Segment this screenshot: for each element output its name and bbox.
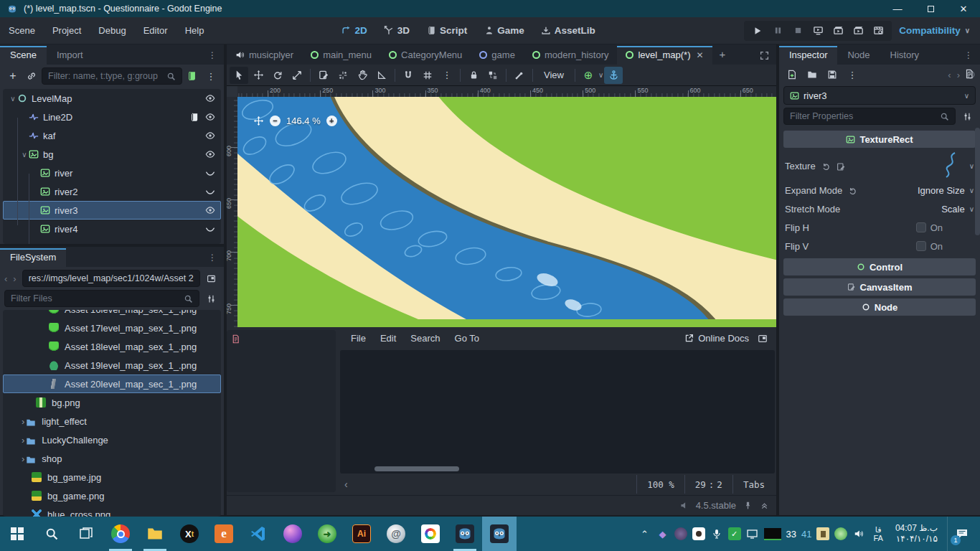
tray-diamond-icon[interactable]: ◆ (656, 527, 669, 540)
property-stretch-mode[interactable]: Stretch Mode Scale∨ (783, 199, 976, 218)
property-texture[interactable]: Texture ∨ (783, 151, 976, 181)
tray-overflow-chevron-icon[interactable]: ⌃ (639, 527, 651, 540)
rotate-mode-button[interactable] (268, 67, 287, 84)
tree-chevron-icon[interactable]: ∨ (9, 95, 17, 103)
pan-mode-button[interactable] (353, 67, 372, 84)
zoom-in-button[interactable]: + (326, 116, 337, 126)
scene-tree-row-bg[interactable]: ∨bg (3, 145, 221, 164)
section-texture-rect[interactable]: TextureRect (783, 131, 976, 148)
history-back-icon[interactable]: ‹ (4, 273, 10, 284)
scene-tree-row-river[interactable]: river (3, 164, 221, 182)
tray-camera-icon[interactable] (692, 527, 705, 540)
folder-chevron-icon[interactable]: › (22, 416, 24, 427)
screen-thumbnail-icon[interactable] (764, 528, 781, 540)
property-flip-h[interactable]: Flip H On (783, 218, 976, 237)
filesystem-item[interactable]: bg.png (3, 393, 221, 412)
taskbar-app-godot-editor-active[interactable] (482, 517, 517, 551)
language-indicator[interactable]: فا FA (870, 525, 885, 542)
tab-node[interactable]: Node (837, 46, 880, 65)
workspace-game[interactable]: Game (477, 20, 532, 42)
menu-editor[interactable]: Editor (135, 17, 176, 44)
clipboard-tray-icon[interactable] (816, 527, 829, 540)
visibility-on-icon[interactable] (205, 149, 215, 159)
dock-menu-icon[interactable]: ⋮ (957, 50, 980, 65)
scene-tab-modern-history[interactable]: modern_history (524, 46, 618, 65)
lock-node-button[interactable] (464, 67, 483, 84)
history-forward-icon[interactable]: › (957, 70, 960, 80)
microphone-icon[interactable] (710, 527, 723, 540)
ruler-mode-button[interactable] (372, 67, 391, 84)
scale-mode-button[interactable] (288, 67, 306, 84)
chevron-down-icon[interactable]: ∨ (598, 71, 603, 79)
menu-scene[interactable]: Scene (0, 17, 44, 44)
scene-tree-row-kaf[interactable]: kaf (3, 126, 221, 145)
anchor-preset-button[interactable] (604, 67, 623, 84)
online-docs-button[interactable]: Online Docs (684, 333, 756, 344)
zoom-out-button[interactable]: − (270, 116, 281, 126)
dock-menu-icon[interactable]: ⋮ (201, 50, 224, 65)
scene-tab-game[interactable]: game (471, 46, 524, 65)
scene-filter-input[interactable]: Filter: name, t:type, g:group (42, 67, 182, 85)
property-expand-mode[interactable]: Expand Mode Ignore Size∨ (783, 181, 976, 199)
distraction-free-icon[interactable] (753, 50, 776, 65)
sort-files-button[interactable] (202, 291, 220, 306)
save-resource-button[interactable] (824, 67, 841, 83)
view-menu-button[interactable]: View (537, 70, 571, 80)
filesystem-item[interactable]: ›shop (3, 449, 221, 468)
new-resource-button[interactable] (783, 67, 801, 83)
filesystem-item[interactable]: Asset 17level_map_sex_1_.png (3, 319, 221, 337)
filesystem-item[interactable]: Asset 18level_map_sex_1_.png (3, 337, 221, 356)
edited-node-selector[interactable]: river3 ∨ (783, 86, 976, 105)
stop-button[interactable] (788, 22, 807, 39)
remote-debug-button[interactable] (809, 22, 827, 39)
notification-center-button[interactable]: 1 (947, 517, 976, 551)
workspace-3d[interactable]: 3D (377, 20, 417, 42)
scene-tree-row-line2d[interactable]: Line2D (3, 108, 221, 126)
antivirus-check-icon[interactable]: ✓ (728, 527, 741, 540)
visibility-on-icon[interactable] (205, 205, 215, 215)
idm-tray-icon[interactable] (834, 527, 847, 540)
revert-icon[interactable] (848, 184, 857, 195)
zoom-level[interactable]: 146.4 % (286, 116, 321, 126)
visibility-on-icon[interactable] (205, 112, 215, 122)
menu-help[interactable]: Help (176, 17, 213, 44)
toggle-split-mode-button[interactable] (203, 270, 220, 286)
filesystem-path-bar[interactable]: res://imgs/level_map/sec1/1024w/Asset 2 (22, 270, 200, 287)
start-button[interactable] (0, 517, 34, 551)
code-minimap[interactable] (732, 352, 768, 418)
taskbar-app-idm[interactable]: ➜ (310, 517, 344, 551)
make-floating-button[interactable] (758, 332, 771, 344)
filesystem-item[interactable]: ›light_effect (3, 412, 221, 430)
filesystem-item[interactable]: Asset 19level_map_sex_1_.png (3, 356, 221, 375)
new-scene-tab-button[interactable]: + (712, 48, 733, 65)
pause-button[interactable] (768, 22, 787, 39)
smart-snap-button[interactable] (399, 67, 418, 84)
tree-chevron-icon[interactable]: ∨ (20, 151, 29, 159)
menu-search[interactable]: Search (404, 333, 446, 344)
visibility-off-icon[interactable] (205, 168, 215, 178)
menu-debug[interactable]: Debug (90, 17, 134, 44)
tab-import[interactable]: Import (47, 46, 93, 65)
snap-options-icon[interactable]: ⋮ (438, 67, 456, 84)
scene-tab-categorymenu[interactable]: CategoryMenu (380, 46, 471, 65)
section-node[interactable]: Node (783, 298, 976, 316)
instance-scene-button[interactable] (23, 68, 40, 84)
select-mode-button[interactable] (230, 67, 248, 84)
insert-key-button[interactable]: ⊕ (579, 67, 598, 84)
taskbar-app-x[interactable]: Xt (172, 517, 207, 551)
volume-icon[interactable] (852, 527, 865, 540)
menu-edit[interactable]: Edit (374, 333, 402, 344)
scene-tree-row-levelmap[interactable]: ∨LevelMap (3, 89, 221, 108)
taskbar-search-button[interactable] (34, 517, 69, 551)
move-mode-button[interactable] (249, 67, 268, 84)
filesystem-item[interactable]: blue_cross.png (3, 505, 221, 517)
taskbar-app-swirl[interactable]: @ (379, 517, 413, 551)
taskbar-clock[interactable]: ب.ظ 04:07 ۱۴۰۴/۱۰/۱۵ (891, 523, 942, 545)
scene-tab-level-map---[interactable]: level_map(*)✕ (617, 46, 712, 65)
maximize-button[interactable] (914, 0, 947, 17)
taskbar-app-godot[interactable] (448, 517, 482, 551)
scene-tab-main-menu[interactable]: main_menu (302, 46, 380, 65)
taskbar-app-illustrator[interactable]: Ai (344, 517, 379, 551)
section-control[interactable]: Control (783, 258, 976, 276)
taskbar-app-chrome[interactable] (103, 517, 138, 551)
